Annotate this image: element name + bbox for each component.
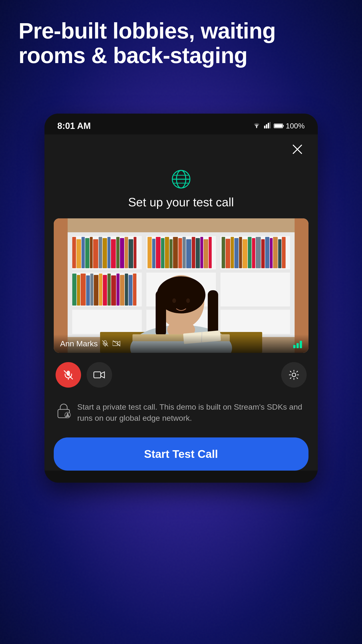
status-bar: 8:01 AM	[44, 114, 318, 134]
svg-rect-2	[266, 124, 267, 128]
svg-rect-95	[208, 290, 218, 336]
settings-button[interactable]	[281, 362, 307, 388]
svg-rect-40	[134, 237, 136, 268]
svg-rect-34	[107, 237, 110, 268]
svg-rect-23	[68, 270, 295, 272]
svg-rect-52	[196, 238, 200, 268]
phone-frame: 8:01 AM	[44, 114, 318, 483]
app-content: Set up your test call	[44, 134, 318, 470]
svg-rect-22	[68, 232, 295, 236]
svg-rect-50	[186, 239, 191, 268]
mic-toggle-button[interactable]	[55, 362, 81, 388]
signal-bar-1	[293, 345, 296, 348]
battery-percentage: 100%	[286, 122, 305, 130]
svg-rect-59	[234, 238, 239, 268]
start-test-call-button[interactable]: Start Test Call	[54, 438, 309, 470]
svg-rect-69	[278, 239, 281, 268]
top-bar	[44, 134, 318, 164]
svg-rect-64	[256, 237, 261, 268]
svg-rect-51	[192, 237, 195, 268]
signal-bar-3	[300, 341, 302, 348]
svg-rect-55	[209, 237, 212, 268]
svg-rect-58	[231, 237, 234, 268]
svg-rect-67	[270, 238, 273, 268]
globe-icon	[171, 169, 192, 190]
svg-rect-80	[111, 276, 116, 306]
svg-rect-68	[273, 237, 278, 268]
battery-icon: 100%	[274, 122, 305, 130]
svg-point-97	[186, 298, 190, 303]
svg-rect-36	[116, 237, 119, 268]
video-bg	[54, 218, 309, 353]
svg-rect-35	[111, 239, 116, 268]
camera-toggle-button[interactable]	[87, 362, 112, 388]
svg-rect-18	[68, 232, 72, 334]
svg-point-96	[172, 298, 176, 303]
svg-rect-77	[99, 274, 102, 306]
svg-rect-41	[148, 237, 152, 268]
svg-point-113	[67, 413, 68, 415]
controls-row	[44, 353, 318, 397]
mic-muted-icon	[101, 340, 109, 348]
svg-rect-83	[125, 274, 128, 306]
svg-rect-37	[120, 238, 124, 268]
svg-rect-66	[265, 237, 269, 268]
info-section: Start a private test call. This demo is …	[44, 397, 318, 433]
svg-rect-56	[222, 237, 225, 268]
svg-rect-30	[90, 237, 93, 268]
svg-rect-62	[248, 237, 252, 268]
svg-rect-54	[204, 239, 208, 268]
svg-rect-79	[107, 274, 111, 306]
svg-rect-29	[85, 238, 89, 268]
svg-rect-38	[125, 237, 128, 268]
svg-rect-42	[152, 239, 155, 268]
status-icons: 100%	[252, 122, 305, 130]
svg-rect-53	[200, 237, 203, 268]
svg-rect-6	[275, 124, 282, 128]
svg-rect-85	[133, 274, 136, 306]
video-overlay: Ann Marks	[54, 334, 309, 353]
wifi-icon	[252, 122, 261, 130]
svg-rect-43	[156, 237, 160, 268]
svg-rect-75	[90, 274, 93, 306]
svg-rect-31	[93, 239, 98, 268]
svg-rect-39	[129, 239, 133, 268]
svg-rect-94	[156, 290, 166, 336]
header-section: Set up your test call	[44, 164, 318, 218]
svg-rect-21	[290, 232, 295, 334]
svg-rect-73	[81, 274, 86, 306]
svg-rect-49	[183, 237, 186, 268]
info-description: Start a private test call. This demo is …	[77, 402, 307, 424]
svg-rect-82	[120, 275, 124, 306]
page-title: Pre-built lobbies, waiting rooms & back-…	[18, 18, 344, 68]
svg-rect-33	[103, 238, 107, 268]
svg-rect-61	[243, 239, 247, 268]
svg-rect-74	[86, 276, 90, 306]
svg-point-0	[256, 127, 257, 128]
camera-off-icon	[113, 340, 120, 348]
svg-rect-44	[161, 238, 164, 268]
svg-rect-70	[282, 237, 286, 268]
svg-rect-81	[116, 274, 119, 306]
close-button[interactable]	[288, 140, 307, 158]
signal-bars	[293, 341, 302, 348]
signal-bar-2	[297, 343, 299, 348]
video-preview: Ann Marks	[54, 218, 309, 353]
svg-rect-109	[94, 372, 101, 378]
svg-rect-28	[81, 237, 85, 268]
svg-rect-45	[165, 237, 169, 268]
svg-rect-47	[173, 237, 178, 268]
user-name: Ann Marks	[60, 339, 98, 348]
svg-rect-71	[72, 274, 76, 306]
status-time: 8:01 AM	[57, 121, 91, 131]
svg-rect-3	[268, 123, 269, 128]
svg-rect-57	[226, 239, 230, 268]
svg-rect-65	[261, 239, 265, 268]
svg-rect-76	[94, 275, 98, 306]
svg-rect-19	[142, 232, 146, 334]
svg-rect-84	[129, 275, 132, 306]
svg-rect-7	[283, 125, 284, 126]
svg-rect-27	[76, 239, 81, 268]
user-info: Ann Marks	[60, 339, 121, 348]
svg-rect-63	[252, 238, 255, 268]
